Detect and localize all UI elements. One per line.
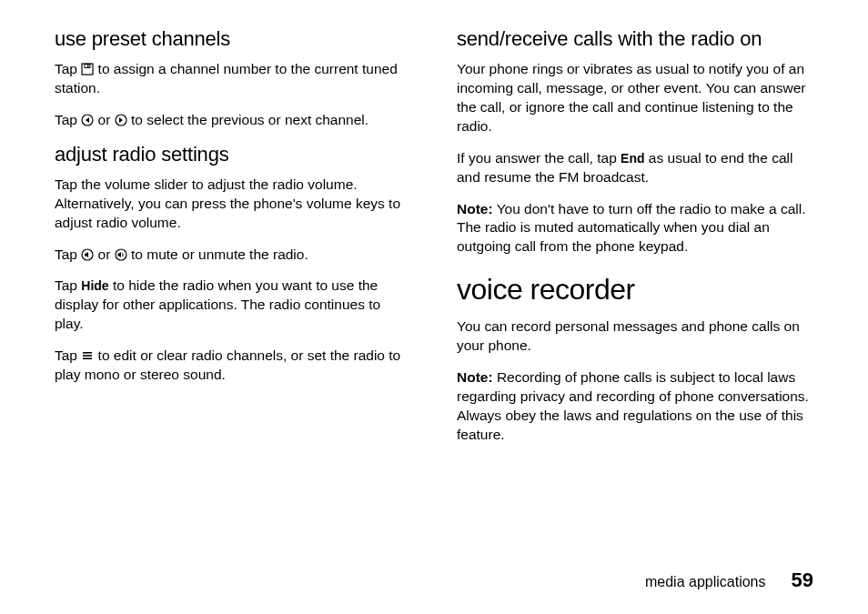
note-label: Note: [457,369,493,385]
text: Tap [55,61,81,76]
svg-rect-13 [83,358,92,360]
footer-section-label: media applications [645,574,766,590]
preset-paragraph-1: Tap to assign a channel number to the cu… [55,60,411,98]
text: Tap [55,347,81,363]
heading-voice-recorder: voice recorder [457,273,813,307]
save-preset-icon [81,63,94,75]
text: Tap [55,277,81,293]
hide-label: Hide [81,278,108,293]
mute-icon [81,248,94,261]
adjust-paragraph-3: Tap Hide to hide the radio when you want… [55,277,411,334]
preset-paragraph-2: Tap or to select the previous or next ch… [55,111,411,130]
end-label: End [621,151,644,166]
text: to select the previous or next channel. [127,112,368,127]
page-number: 59 [792,569,813,592]
svg-marker-6 [119,117,123,123]
text: to mute or unmute the radio. [127,247,308,262]
adjust-paragraph-2: Tap or to mute or unmute the radio. [55,246,411,265]
voice-note: Note: Recording of phone calls is subjec… [457,368,813,445]
svg-rect-12 [83,355,92,357]
left-column: use preset channels Tap to assign a chan… [55,27,411,458]
svg-rect-2 [87,65,89,67]
text: If you answer the call, tap [457,150,621,166]
svg-marker-10 [117,252,121,257]
next-channel-icon [115,114,127,126]
note-label: Note: [457,201,493,216]
text: or [94,112,114,127]
calls-note: Note: You don't have to turn off the rad… [457,200,813,257]
adjust-paragraph-4: Tap to edit or clear radio channels, or … [55,347,411,385]
heading-send-receive-calls: send/receive calls with the radio on [457,27,813,51]
svg-marker-4 [86,117,89,123]
text: or [94,247,114,262]
heading-use-preset-channels: use preset channels [55,27,411,51]
svg-marker-8 [85,252,88,257]
voice-paragraph-1: You can record personal messages and pho… [457,317,813,356]
svg-rect-11 [83,352,92,354]
calls-paragraph-2: If you answer the call, tap End as usual… [457,149,813,187]
text: Tap [55,112,81,127]
adjust-paragraph-1: Tap the volume slider to adjust the radi… [55,176,411,233]
text: to assign a channel number to the curren… [55,61,398,96]
two-column-layout: use preset channels Tap to assign a chan… [55,27,813,458]
previous-channel-icon [81,114,94,126]
note-body: Recording of phone calls is subject to l… [457,369,809,442]
calls-paragraph-1: Your phone rings or vibrates as usual to… [457,60,813,136]
manual-page: use preset channels Tap to assign a chan… [0,0,868,614]
right-column: send/receive calls with the radio on You… [457,27,813,458]
heading-adjust-radio-settings: adjust radio settings [55,143,411,166]
menu-icon [81,349,94,362]
text: to edit or clear radio channels, or set … [55,347,400,382]
note-body: You don't have to turn off the radio to … [457,201,806,255]
unmute-icon [115,248,127,261]
page-footer: media applications 59 [645,569,813,592]
text: Tap [55,247,81,262]
